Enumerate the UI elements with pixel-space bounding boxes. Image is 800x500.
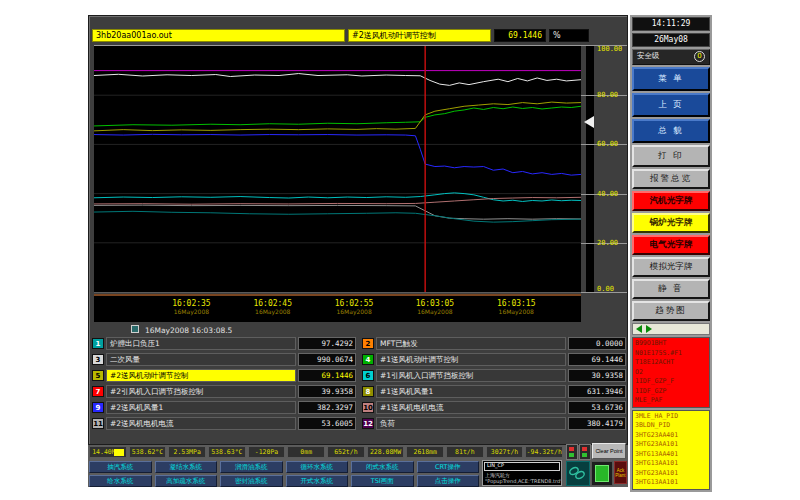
nav-button[interactable]: 密封油系统 [220, 475, 283, 487]
param-row[interactable]: 4#1送风机动叶调节控制69.1446 [362, 353, 626, 366]
param-row[interactable]: 7#2引风机入口调节挡板控制39.9358 [92, 385, 356, 398]
alarm-tag-item[interactable]: T18E12ACHT [633, 358, 709, 368]
cursor-timestamp-text: 16May2008 16:03:08.5 [145, 326, 232, 335]
annunciator-electric[interactable]: 电气光字牌 [632, 235, 710, 255]
ack-plant-button[interactable]: Ack Plant [614, 461, 627, 484]
alarm-tag-item[interactable]: 3BLDN_PID [633, 421, 709, 431]
overview-button[interactable]: 总 貌 [632, 119, 710, 143]
nav-button[interactable]: 闭式水系统 [351, 461, 414, 473]
alarm-tag-item[interactable]: 3HTG13AA101 [633, 459, 709, 469]
side-panel: 14:11:29 26May08 安全级 0 菜 单上 页总 貌打 印报警总览汽… [630, 15, 712, 492]
param-row[interactable]: 5#2送风机动叶调节控制69.1446 [92, 369, 356, 382]
trend-chart-button[interactable]: 趋势图 [632, 301, 710, 321]
nav-button[interactable]: 循环水系统 [286, 461, 349, 473]
nav-row-1: 抽汽系统凝结水系统润滑油系统循环水系统闭式水系统CRT操作 [89, 461, 479, 473]
alarm-tag-item[interactable]: MLE_PAF [633, 396, 709, 406]
trend-line [94, 211, 581, 222]
time-tick-label: 16:03:05 [400, 299, 470, 308]
param-index: 6 [362, 370, 374, 381]
param-index: 8 [362, 386, 374, 397]
param-row[interactable]: 12负荷380.4179 [362, 417, 626, 430]
nav-button[interactable]: 点击操作 [417, 475, 480, 487]
alarm-tag-item[interactable]: N01E175S.#F1 [633, 349, 709, 359]
param-name: MFT已触发 [376, 337, 566, 350]
param-name: #2引风机入口调节挡板控制 [106, 385, 296, 398]
nav-button[interactable]: 开式水系统 [286, 475, 349, 487]
status-cell: 14.40MPa [89, 446, 127, 458]
y-axis-strip [586, 45, 594, 293]
time-tick: 16:02:4516May2008 [238, 299, 308, 315]
param-index: 9 [92, 402, 104, 413]
param-row[interactable]: 3二次风量990.0674 [92, 353, 356, 366]
time-tick-date: 16May2008 [156, 308, 226, 315]
param-index: 12 [362, 418, 374, 429]
alarm-tag-item[interactable]: 3HTG23AA401 [633, 431, 709, 441]
nav-button[interactable]: TSI画面 [351, 475, 414, 487]
nav-button[interactable]: 给水系统 [89, 475, 152, 487]
alarm-tag-item[interactable]: B99O1BHT [633, 339, 709, 349]
annunciator-turbine[interactable]: 汽机光字牌 [632, 191, 710, 211]
status-cell: 652t/h [327, 446, 365, 458]
annunciator-boiler[interactable]: 锅炉光字牌 [632, 213, 710, 233]
param-row[interactable]: 2MFT已触发0.0000 [362, 337, 626, 350]
status-cell: 538.62°C [129, 446, 167, 458]
trend-plot[interactable] [94, 45, 581, 293]
param-row[interactable]: 10#1送风机电机电流53.6736 [362, 401, 626, 414]
axis-tick-label: 80.00 [597, 91, 618, 99]
alarm-tag-item[interactable]: 3HTG23AA101 [633, 440, 709, 450]
param-value: 39.9358 [298, 385, 356, 398]
trend-line [94, 74, 581, 86]
tag-field[interactable]: 3hb20aa001ao.out [92, 29, 345, 42]
console-line3: "PopupTrend,ACE:'TREND8.trd'" [483, 478, 561, 484]
param-name: #2送风机电机电流 [106, 417, 296, 430]
param-index: 7 [92, 386, 104, 397]
mute-button[interactable]: 静 音 [632, 279, 710, 299]
scroll-left-arrow-icon[interactable] [636, 325, 642, 333]
alarm-tag-item[interactable]: 3MLE_HA_PID [633, 412, 709, 422]
alarm-tag-item[interactable]: 3HTG13AA401 [633, 450, 709, 460]
axis-pointer-icon[interactable] [584, 116, 594, 128]
nav-button[interactable]: CRT操作 [417, 461, 480, 473]
page-up-button[interactable]: 上 页 [632, 93, 710, 117]
param-value: 53.6005 [298, 417, 356, 430]
param-value: 990.0674 [298, 353, 356, 366]
trend-line [94, 106, 581, 126]
date: 26May08 [632, 33, 710, 47]
time-tick: 16:02:3516May2008 [156, 299, 226, 315]
axis-tick-label: 20.00 [597, 239, 618, 247]
scroll-right-arrow-icon[interactable] [646, 325, 652, 333]
alarm-tag-item[interactable]: 1IDF_GZP_F [633, 377, 709, 387]
status-cell: 2618mm [406, 446, 444, 458]
nav-button[interactable]: 高加疏水系统 [155, 475, 218, 487]
cursor-timestamp: 16May2008 16:03:08.5 [131, 325, 232, 335]
menu-button[interactable]: 菜 单 [632, 67, 710, 91]
alarm-tag-item[interactable]: 3HTG13AA101 [633, 478, 709, 488]
param-index: 11 [92, 418, 104, 429]
param-row[interactable]: 1炉膛出口负压197.4292 [92, 337, 356, 350]
axis-tick-label: 100.00 [597, 45, 622, 53]
alarm-tag-item[interactable]: 3HTG23AA101 [633, 469, 709, 479]
status-cell: 3027t/h [486, 446, 524, 458]
nav-button[interactable]: 润滑油系统 [220, 461, 283, 473]
param-row[interactable]: 11#2送风机电机电流53.6005 [92, 417, 356, 430]
alarm-tag-list-yellow: 3MLE_HA_PID3BLDN_PID3HTG23AA4013HTG23AA1… [632, 410, 710, 490]
status-cell: 0mm [287, 446, 325, 458]
param-row[interactable]: 9#2送风机风量1382.3297 [92, 401, 356, 414]
panel-select-icon[interactable] [591, 461, 613, 486]
clear-point-button[interactable]: Clear Point [592, 443, 626, 459]
print-button[interactable]: 打 印 [632, 145, 710, 167]
nav-button[interactable]: 抽汽系统 [89, 461, 152, 473]
status-cell: 228.08MW [367, 446, 405, 458]
param-column-left: 1炉膛出口负压197.42923二次风量990.06745#2送风机动叶调节控制… [92, 337, 356, 430]
annunciator-analog[interactable]: 模拟光字牌 [632, 257, 710, 277]
nav-button[interactable]: 凝结水系统 [155, 461, 218, 473]
trend-title-field[interactable]: #2送风机动叶调节控制 [348, 29, 491, 42]
alarm-tag-item[interactable]: O2 [633, 368, 709, 378]
param-name: #2送风机动叶调节控制 [106, 369, 296, 382]
param-row[interactable]: 6#1引风机入口调节挡板控制30.9358 [362, 369, 626, 382]
param-value: 97.4292 [298, 337, 356, 350]
link-icon[interactable] [566, 461, 590, 486]
alarm-summary-button[interactable]: 报警总览 [632, 169, 710, 189]
param-row[interactable]: 8#1送风机风量1631.3946 [362, 385, 626, 398]
alarm-tag-item[interactable]: 1IDF_GZP [633, 387, 709, 397]
